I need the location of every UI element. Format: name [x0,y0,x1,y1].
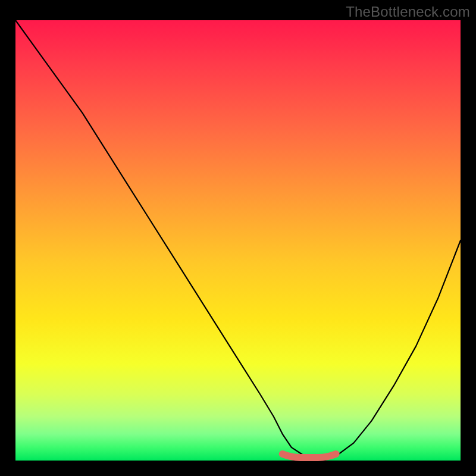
bottleneck-curve [15,20,461,461]
optimal-range-marker [283,454,336,458]
watermark-text: TheBottleneck.com [346,4,470,20]
chart-svg [15,20,461,461]
chart-frame: TheBottleneck.com [0,0,476,476]
gradient-plot-area [15,20,461,461]
